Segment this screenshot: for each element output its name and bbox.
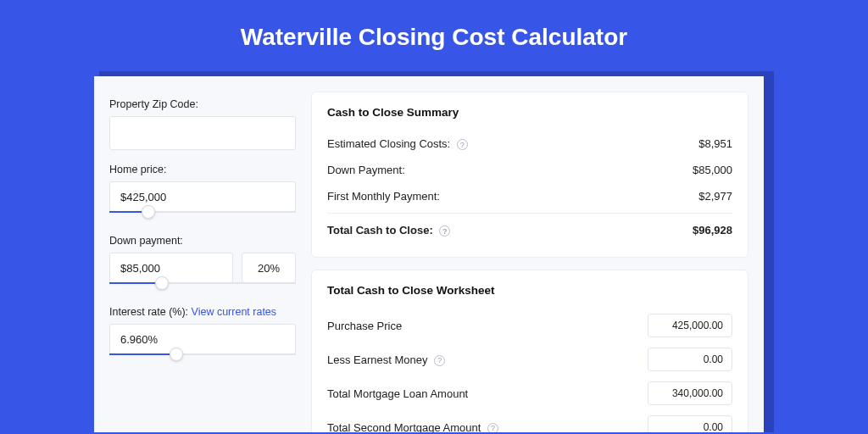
home-price-input[interactable]: $425,000: [109, 181, 296, 212]
page-title: Waterville Closing Cost Calculator: [241, 24, 627, 51]
summary-total-value: $96,928: [693, 224, 732, 236]
slider-thumb[interactable]: [155, 276, 169, 290]
worksheet-input[interactable]: 425,000.00: [648, 314, 732, 337]
summary-card: Cash to Close Summary Estimated Closing …: [311, 92, 748, 258]
interest-label-text: Interest rate (%):: [109, 306, 192, 318]
interest-slider[interactable]: [109, 353, 296, 364]
summary-label: First Monthly Payment:: [327, 190, 440, 203]
worksheet-row-earnest-money: Less Earnest Money ? 0.00: [327, 342, 732, 376]
summary-title: Cash to Close Summary: [327, 106, 732, 119]
interest-label: Interest rate (%): View current rates: [109, 306, 296, 318]
worksheet-title: Total Cash to Close Worksheet: [327, 284, 732, 297]
zip-input[interactable]: [109, 116, 296, 150]
summary-row-down-payment: Down Payment: $85,000: [327, 157, 732, 183]
slider-thumb[interactable]: [170, 348, 183, 361]
down-payment-label: Down payment:: [109, 235, 296, 247]
worksheet-label-text: Total Second Mortgage Amount: [327, 421, 481, 432]
summary-label: Estimated Closing Costs: ?: [327, 137, 468, 150]
home-price-slider[interactable]: [109, 211, 296, 221]
slider-fill: [109, 353, 176, 355]
summary-row-closing-costs: Estimated Closing Costs: ? $8,951: [327, 131, 732, 157]
slider-fill: [109, 282, 162, 284]
worksheet-row-loan-amount: Total Mortgage Loan Amount 340,000.00: [327, 376, 732, 410]
worksheet-input[interactable]: 0.00: [648, 348, 732, 371]
zip-field-group: Property Zip Code:: [109, 98, 296, 150]
summary-total-label: Total Cash to Close: ?: [327, 224, 450, 236]
summary-value: $2,977: [698, 190, 732, 203]
interest-field-group: Interest rate (%): View current rates 6.…: [109, 306, 296, 364]
home-price-field-group: Home price: $425,000: [109, 164, 296, 221]
worksheet-row-second-mortgage: Total Second Mortgage Amount ? 0.00: [327, 410, 732, 432]
summary-row-first-payment: First Monthly Payment: $2,977: [327, 183, 732, 209]
worksheet-input[interactable]: 0.00: [648, 415, 732, 432]
down-payment-input[interactable]: $85,000: [109, 253, 233, 283]
inputs-column: Property Zip Code: Home price: $425,000 …: [109, 92, 296, 432]
worksheet-label: Total Second Mortgage Amount ?: [327, 421, 498, 432]
down-payment-field-group: Down payment: $85,000 20%: [109, 235, 296, 292]
worksheet-label-text: Less Earnest Money: [327, 353, 428, 366]
worksheet-label: Total Mortgage Loan Amount: [327, 387, 468, 400]
calculator-panel: Property Zip Code: Home price: $425,000 …: [94, 76, 764, 432]
down-payment-slider[interactable]: [109, 282, 296, 292]
worksheet-label: Less Earnest Money ?: [327, 353, 445, 366]
summary-total-label-text: Total Cash to Close:: [327, 224, 433, 236]
worksheet-label: Purchase Price: [327, 320, 402, 332]
summary-value: $85,000: [693, 164, 732, 176]
summary-value: $8,951: [698, 137, 732, 150]
interest-input[interactable]: 6.960%: [109, 324, 296, 354]
summary-label-text: Estimated Closing Costs:: [327, 137, 450, 150]
worksheet-card: Total Cash to Close Worksheet Purchase P…: [311, 270, 748, 432]
summary-row-total: Total Cash to Close: ? $96,928: [327, 213, 732, 243]
panel-shadow: Property Zip Code: Home price: $425,000 …: [99, 71, 769, 432]
help-icon[interactable]: ?: [487, 423, 498, 432]
slider-thumb[interactable]: [142, 205, 155, 219]
results-column: Cash to Close Summary Estimated Closing …: [311, 92, 748, 432]
zip-label: Property Zip Code:: [109, 98, 296, 110]
summary-label: Down Payment:: [327, 164, 405, 176]
help-icon[interactable]: ?: [434, 355, 445, 366]
home-price-label: Home price:: [109, 164, 296, 175]
worksheet-row-purchase-price: Purchase Price 425,000.00: [327, 309, 732, 342]
help-icon[interactable]: ?: [457, 139, 468, 150]
down-payment-percent[interactable]: 20%: [242, 253, 296, 283]
worksheet-input[interactable]: 340,000.00: [648, 381, 732, 405]
help-icon[interactable]: ?: [439, 225, 450, 236]
view-rates-link[interactable]: View current rates: [192, 306, 277, 318]
